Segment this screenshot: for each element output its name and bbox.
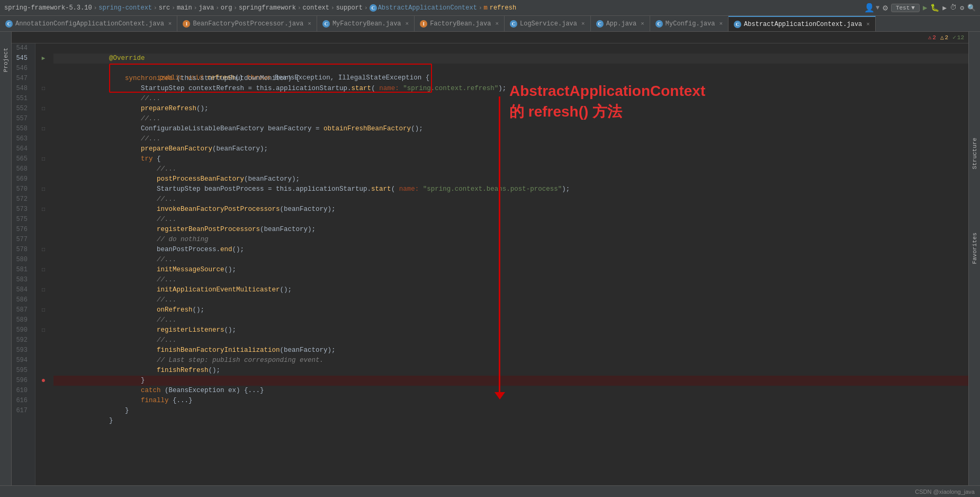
bookmark-icon[interactable]: ⚙ — [883, 3, 888, 13]
project-label[interactable]: Project — [3, 48, 9, 72]
code-line-586: onRefresh(); — [53, 295, 968, 305]
settings-icon[interactable]: ⚙ — [960, 4, 964, 12]
code-line-557: ConfigurableListableBeanFactory beanFact… — [53, 114, 968, 124]
breadcrumb-method[interactable]: refresh — [490, 4, 516, 12]
search-icon[interactable]: 🔍 — [967, 4, 976, 12]
breadcrumb-classname[interactable]: AbstractApplicationContext — [378, 4, 477, 12]
class-icon: C — [370, 4, 377, 12]
code-line-617: } — [53, 406, 968, 416]
code-line-575: registerBeanPostProcessors(beanFactory); — [53, 215, 968, 225]
close-icon[interactable]: × — [308, 21, 311, 27]
breadcrumb-sep2: › — [154, 5, 157, 11]
breadcrumb-module[interactable]: spring-context — [98, 4, 152, 12]
code-line-568: postProcessBeanFactory(beanFactory); — [53, 164, 968, 174]
breadcrumb-bar: spring-framework-5.3.10 › spring-context… — [0, 0, 980, 16]
tab-bar: C AnnotationConfigApplicationContext.jav… — [0, 16, 980, 32]
run-gutter-icon[interactable]: ▶ — [42, 54, 46, 64]
tab-abstractapplicationcontext[interactable]: C AbstractApplicationContext.java × — [729, 16, 876, 32]
code-line-596: catch (BeansException ex) {...} — [53, 376, 968, 386]
ok-count: ✓ 12 — [952, 34, 964, 41]
code-lines: @Override public void refresh() throws B… — [51, 43, 968, 497]
breadcrumb-org[interactable]: org — [221, 4, 232, 12]
code-line-583: initApplicationEventMulticaster(); — [53, 275, 968, 285]
right-sidebar: Structure Favorites — [968, 32, 980, 497]
line-numbers: 544 545 546 547 548 551 552 557 558 563 … — [12, 43, 35, 497]
code-line-551: prepareRefresh(); — [53, 94, 968, 104]
method-icon: m — [484, 4, 488, 12]
tab-annotationconfigapplicationcontext[interactable]: C AnnotationConfigApplicationContext.jav… — [0, 16, 177, 32]
breadcrumb-support[interactable]: support — [336, 4, 363, 12]
close-icon[interactable]: × — [495, 21, 499, 27]
run-icon[interactable]: ▶ — [923, 3, 927, 12]
watermark: CSDN @xiaolong_java — [915, 489, 975, 495]
close-icon[interactable]: × — [581, 21, 585, 27]
tab-factorybean[interactable]: I FactoryBean.java × — [415, 16, 505, 32]
code-line-580: initMessageSource(); — [53, 255, 968, 265]
error-bar: ⚠ 2 △ 2 ✓ 12 — [12, 32, 968, 43]
bottom-bar: CSDN @xiaolong_java — [0, 485, 980, 497]
close-icon[interactable]: × — [866, 21, 870, 28]
nav-right-buttons: 👤 ▼ ⚙ Test ▼ ▶ 🐛 ▶ ⏱ ⚙ 🔍 — [864, 3, 976, 13]
breadcrumb-springframework[interactable]: springframework — [239, 4, 296, 12]
tab-myfactorybean[interactable]: C MyFactoryBean.java × — [317, 16, 415, 32]
tab-myconfig[interactable]: C MyConfig.java × — [650, 16, 729, 32]
chevron-icon: ▼ — [876, 4, 879, 12]
favorites-label[interactable]: Favorites — [972, 233, 978, 264]
error-count: ⚠ 2 — [928, 34, 936, 41]
tab-logservice[interactable]: C LogService.java × — [505, 16, 591, 32]
code-editor[interactable]: 544 545 546 547 548 551 552 557 558 563 … — [12, 43, 968, 497]
code-line-544: @Override — [53, 43, 968, 54]
code-line-572: invokeBeanFactoryPostProcessors(beanFact… — [53, 194, 968, 205]
debug-icon[interactable]: 🐛 — [930, 3, 939, 12]
breadcrumb-main[interactable]: main — [177, 4, 192, 12]
breadcrumb-context[interactable]: context — [303, 4, 329, 12]
close-icon[interactable]: × — [641, 21, 644, 27]
project-sidebar[interactable]: Project — [0, 32, 12, 497]
breadcrumb-java[interactable]: java — [199, 4, 214, 12]
code-line-589: registerListeners(); — [53, 315, 968, 325]
code-line-565: //... — [53, 154, 968, 164]
breadcrumb-sep1: › — [94, 5, 97, 11]
test-button[interactable]: Test ▼ — [891, 4, 920, 12]
code-line-545: public void refresh() throws BeansExcept… — [53, 54, 968, 64]
close-icon[interactable]: × — [406, 21, 409, 27]
close-icon[interactable]: × — [168, 21, 172, 27]
warning-count: △ 2 — [940, 34, 948, 41]
profile-icon[interactable]: ⏱ — [950, 4, 957, 12]
user-icon-area: 👤 ▼ — [864, 3, 879, 13]
breadcrumb-src[interactable]: src — [159, 4, 170, 12]
tab-beanfactorypostprocessor[interactable]: I BeanFactoryPostProcessor.java × — [177, 16, 317, 32]
main-area: Project ⚠ 2 △ 2 ✓ 12 544 545 546 — [0, 32, 980, 497]
gutter: ▶ □ □ □ □ □ □ □ — [35, 43, 51, 497]
editor-container: ⚠ 2 △ 2 ✓ 12 544 545 546 547 548 551 55 — [12, 32, 968, 497]
code-line-592: finishBeanFactoryInitialization(beanFact… — [53, 335, 968, 345]
tab-app[interactable]: C App.java × — [591, 16, 650, 32]
structure-label[interactable]: Structure — [972, 138, 978, 169]
code-line-563: prepareBeanFactory(beanFactory); — [53, 134, 968, 144]
close-icon[interactable]: × — [719, 21, 723, 27]
breadcrumb-project[interactable]: spring-framework-5.3.10 — [4, 4, 92, 12]
user-icon[interactable]: 👤 — [864, 3, 875, 13]
coverage-icon[interactable]: ▶ — [942, 4, 947, 12]
